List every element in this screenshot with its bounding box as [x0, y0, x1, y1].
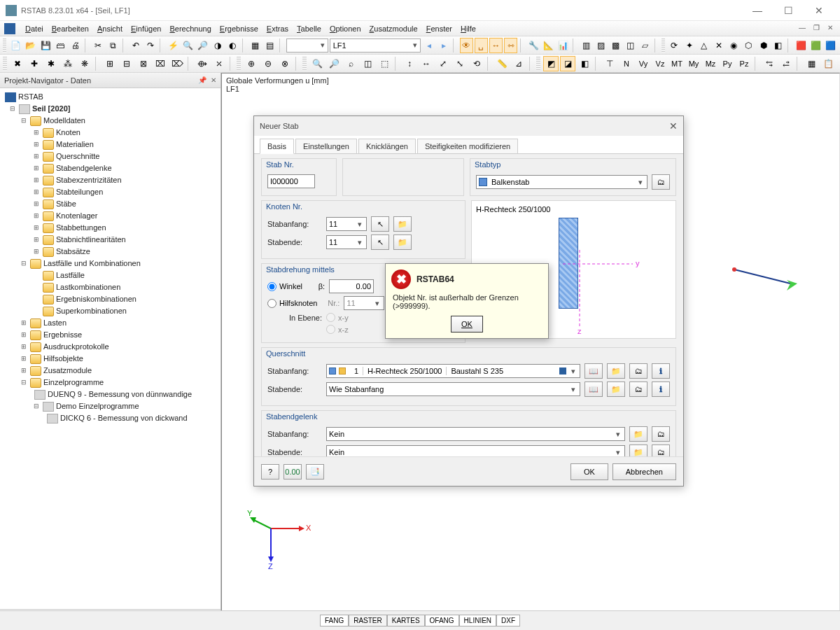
- t2-m[interactable]: ⊕: [244, 56, 259, 71]
- dialog-close[interactable]: ✕: [669, 120, 678, 132]
- t2-h[interactable]: ⊠: [136, 56, 151, 71]
- t2-l[interactable]: ⤫: [211, 56, 227, 71]
- dialog-ok[interactable]: OK: [570, 463, 608, 480]
- stabtyp-pick[interactable]: 🗂: [652, 174, 670, 190]
- t2-t[interactable]: ⬚: [377, 56, 392, 71]
- tree-item[interactable]: ⊞Stabendgelenke: [1, 162, 219, 174]
- t2-q[interactable]: 🔎: [326, 56, 342, 71]
- t2-ad[interactable]: ◧: [577, 56, 592, 71]
- t2-ag[interactable]: ⥄: [778, 56, 794, 71]
- tab-steifigkeiten[interactable]: Steifigkeiten modifizieren: [417, 139, 518, 153]
- t2-N[interactable]: N: [619, 56, 634, 71]
- dialog-titlebar[interactable]: Neuer Stab ✕: [254, 116, 683, 136]
- t2-Py[interactable]: Py: [720, 56, 735, 71]
- tb-table[interactable]: ▤: [263, 38, 276, 53]
- t2-v[interactable]: ↔: [419, 56, 434, 71]
- sb-fang[interactable]: FANG: [320, 615, 349, 626]
- knoten-ende-combo[interactable]: 11▾: [326, 235, 367, 249]
- t2-k[interactable]: ⟴: [195, 56, 210, 71]
- tb-p3[interactable]: 🟦: [824, 38, 837, 53]
- tree-item[interactable]: ⊞Knoten: [1, 127, 219, 139]
- tb-redo[interactable]: ↷: [144, 38, 157, 53]
- t2-af[interactable]: ⥃: [762, 56, 777, 71]
- opt-xy[interactable]: x-y: [326, 313, 349, 322]
- beta-input[interactable]: [329, 279, 374, 293]
- tb-saveall[interactable]: 🗃: [54, 38, 67, 53]
- qs-a-new[interactable]: 📁: [607, 363, 625, 379]
- tree-item[interactable]: ⊞Zusatzmodule: [1, 365, 219, 377]
- tb-o4[interactable]: ✕: [712, 38, 725, 53]
- navigator-tree[interactable]: RSTAB ⊟Seil [2020] ⊟Modelldaten ⊞Knoten⊞…: [0, 88, 220, 609]
- tb-n2[interactable]: ▨: [594, 38, 608, 53]
- tree-item[interactable]: ⊞Stabbettungen: [1, 222, 219, 234]
- t2-b[interactable]: ✚: [27, 56, 42, 71]
- mdi-close[interactable]: ✕: [825, 24, 836, 34]
- t2-o[interactable]: ⊗: [277, 56, 293, 71]
- tb-o7[interactable]: ⬢: [757, 38, 770, 53]
- hilfsknoten-combo[interactable]: 11▾: [344, 296, 384, 310]
- tb-d[interactable]: ◑: [211, 38, 224, 53]
- tb-o6[interactable]: ⬡: [742, 38, 755, 53]
- t2-n[interactable]: ⊖: [260, 56, 276, 71]
- tb-prev[interactable]: ◂: [422, 38, 435, 53]
- pick-node-e[interactable]: ↖: [371, 234, 389, 250]
- t2-Vy[interactable]: Vy: [636, 56, 651, 71]
- menu-zusatzmodule[interactable]: Zusatzmodule: [365, 23, 422, 34]
- tb-n4[interactable]: ◫: [624, 38, 637, 53]
- t2-ab[interactable]: ◩: [543, 56, 559, 71]
- tree-item[interactable]: ⊞Stabteilungen: [1, 186, 219, 198]
- tb-n1[interactable]: ▥: [580, 38, 593, 53]
- tab-knicklaengen[interactable]: Knicklängen: [358, 139, 416, 153]
- tb-m1[interactable]: 🔧: [527, 38, 540, 53]
- menu-fenster[interactable]: Fenster: [422, 23, 456, 34]
- dialog-cancel[interactable]: Abbrechen: [612, 463, 676, 480]
- t2-d[interactable]: ⁂: [60, 56, 76, 71]
- tb-o3[interactable]: △: [697, 38, 710, 53]
- tree-item[interactable]: Superkombinationen: [1, 305, 219, 317]
- t2-Mz[interactable]: Mz: [703, 56, 718, 71]
- t2-Pz[interactable]: Pz: [736, 56, 752, 71]
- new-node-e[interactable]: 📁: [393, 234, 412, 250]
- tab-basis[interactable]: Basis: [260, 139, 294, 154]
- t2-aa[interactable]: ⊿: [511, 56, 526, 71]
- close-button[interactable]: ✕: [804, 1, 834, 20]
- t2-j[interactable]: ⌦: [169, 56, 185, 71]
- navigator-close[interactable]: ✕: [211, 76, 216, 84]
- tree-item[interactable]: ⊞Stabnichtlinearitäten: [1, 234, 219, 246]
- tb-undo[interactable]: ↶: [129, 38, 142, 53]
- tb-a[interactable]: ⚡: [167, 38, 180, 53]
- tb-c[interactable]: 🔎: [196, 38, 209, 53]
- menu-einfügen[interactable]: Einfügen: [127, 23, 165, 34]
- menu-datei[interactable]: Datei: [21, 23, 48, 34]
- tb-res-d[interactable]: ⇿: [504, 38, 517, 53]
- pick-button[interactable]: 📑: [306, 464, 324, 479]
- tree-item[interactable]: ⊞Lasten: [1, 317, 219, 329]
- tree-item[interactable]: ⊞Hilfsobjekte: [1, 353, 219, 365]
- menu-tabelle[interactable]: Tabelle: [293, 23, 326, 34]
- tree-item[interactable]: ⊞Ausdruckprotokolle: [1, 341, 219, 353]
- tb-empty-combo[interactable]: ▾: [286, 38, 328, 52]
- t2-r[interactable]: ⌕: [343, 56, 358, 71]
- menu-extras[interactable]: Extras: [262, 23, 293, 34]
- opt-winkel[interactable]: Winkel: [267, 282, 302, 291]
- menu-bearbeiten[interactable]: Bearbeiten: [48, 23, 93, 34]
- tb-cut[interactable]: ✂: [91, 38, 104, 53]
- t2-a[interactable]: ✖: [10, 56, 25, 71]
- tb-copy[interactable]: ⧉: [106, 38, 120, 53]
- menu-ansicht[interactable]: Ansicht: [93, 23, 127, 34]
- menu-berechnung[interactable]: Berechnung: [165, 23, 215, 34]
- tree-item[interactable]: Lastkombinationen: [1, 281, 219, 293]
- qs-e-new[interactable]: 📁: [607, 382, 625, 397]
- tb-res-b[interactable]: ␣: [475, 38, 488, 53]
- t2-ai[interactable]: 📋: [820, 56, 836, 71]
- stabnr-input[interactable]: [267, 174, 315, 188]
- tree-item[interactable]: ⊞Querschnitte: [1, 150, 219, 162]
- sb-raster[interactable]: RASTER: [349, 615, 387, 626]
- tb-o8[interactable]: ◧: [771, 38, 785, 53]
- t2-ah[interactable]: ▦: [804, 56, 819, 71]
- t2-e[interactable]: ❋: [77, 56, 92, 71]
- minimize-button[interactable]: ―: [742, 1, 773, 20]
- qs-e-edit[interactable]: 🗂: [629, 382, 648, 397]
- new-node-a[interactable]: 📁: [393, 216, 412, 232]
- qs-e-info[interactable]: ℹ: [652, 382, 670, 397]
